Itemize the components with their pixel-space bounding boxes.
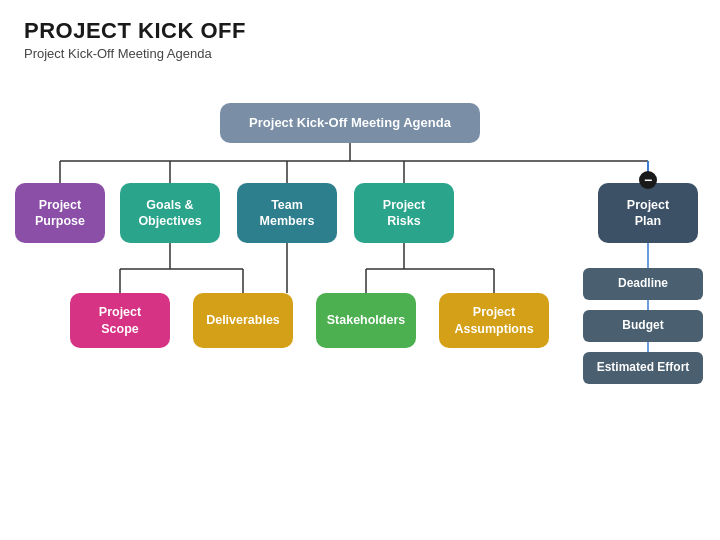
node-assumptions: ProjectAssumptions bbox=[439, 293, 549, 348]
node-effort-label: Estimated Effort bbox=[597, 360, 690, 376]
node-effort: Estimated Effort bbox=[583, 352, 703, 384]
node-purpose: ProjectPurpose bbox=[15, 183, 105, 243]
node-team: TeamMembers bbox=[237, 183, 337, 243]
sub-title: Project Kick-Off Meeting Agenda bbox=[24, 46, 696, 61]
node-scope-label: ProjectScope bbox=[99, 304, 141, 337]
header: PROJECT KICK OFF Project Kick-Off Meetin… bbox=[0, 0, 720, 69]
collapse-button[interactable]: − bbox=[639, 171, 657, 189]
node-purpose-label: ProjectPurpose bbox=[35, 197, 85, 230]
node-goals-label: Goals &Objectives bbox=[138, 197, 201, 230]
node-deliverables: Deliverables bbox=[193, 293, 293, 348]
node-stakeholders-label: Stakeholders bbox=[327, 312, 406, 328]
node-stakeholders: Stakeholders bbox=[316, 293, 416, 348]
node-deadline: Deadline bbox=[583, 268, 703, 300]
root-node: Project Kick-Off Meeting Agenda bbox=[220, 103, 480, 143]
node-deliverables-label: Deliverables bbox=[206, 312, 280, 328]
node-risks-label: ProjectRisks bbox=[383, 197, 425, 230]
node-plan: ProjectPlan bbox=[598, 183, 698, 243]
node-budget-label: Budget bbox=[622, 318, 663, 334]
main-title: PROJECT KICK OFF bbox=[24, 18, 696, 44]
node-team-label: TeamMembers bbox=[260, 197, 315, 230]
node-budget: Budget bbox=[583, 310, 703, 342]
node-risks: ProjectRisks bbox=[354, 183, 454, 243]
node-goals: Goals &Objectives bbox=[120, 183, 220, 243]
node-deadline-label: Deadline bbox=[618, 276, 668, 292]
node-assumptions-label: ProjectAssumptions bbox=[454, 304, 533, 337]
node-scope: ProjectScope bbox=[70, 293, 170, 348]
diagram-area: Project Kick-Off Meeting Agenda ProjectP… bbox=[0, 73, 720, 503]
node-plan-label: ProjectPlan bbox=[627, 197, 669, 230]
